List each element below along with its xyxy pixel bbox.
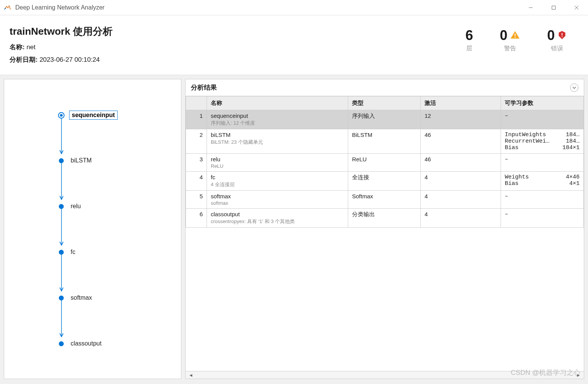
row-index: 3 — [186, 154, 207, 172]
graph-node-softmax[interactable]: softmax — [59, 294, 94, 302]
col-header-type[interactable]: 类型 — [348, 96, 421, 110]
cell-type: 全连接 — [348, 172, 421, 191]
row-index: 5 — [186, 191, 207, 209]
row-index: 4 — [186, 172, 207, 191]
cell-activation: 4 — [421, 172, 501, 191]
date-value: 2023-06-27 00:10:24 — [39, 56, 100, 63]
network-name-line: 名称: net — [10, 43, 465, 51]
table-row[interactable]: 3reluReLUReLU46– — [186, 154, 584, 172]
table-row[interactable]: 1sequenceinput序列输入: 12 个维度序列输入12– — [186, 110, 584, 129]
svg-rect-4 — [515, 34, 515, 36]
graph-node-dot[interactable] — [59, 204, 64, 209]
graph-node-dot[interactable] — [59, 250, 64, 255]
close-button[interactable] — [565, 0, 588, 15]
col-header-name[interactable]: 名称 — [207, 96, 348, 110]
name-label: 名称: — [10, 43, 25, 51]
layer-desc: ReLU — [211, 163, 344, 169]
graph-node-label[interactable]: sequenceinput — [69, 111, 118, 120]
layer-name: softmax — [211, 193, 344, 199]
cell-activation: 12 — [421, 110, 501, 129]
layer-name: biLSTM — [211, 132, 344, 138]
row-index: 2 — [186, 129, 207, 154]
graph-node-dot[interactable] — [59, 296, 64, 300]
errors-label: 错误 — [547, 45, 567, 53]
warnings-count: 0 — [500, 29, 507, 42]
cell-activation: 4 — [421, 209, 501, 228]
graph-node-dot[interactable] — [59, 341, 64, 346]
layer-desc: BiLSTM: 23 个隐藏单元 — [211, 139, 344, 146]
minimize-button[interactable] — [519, 0, 542, 15]
layer-name: sequenceinput — [211, 112, 344, 119]
matlab-icon — [3, 3, 11, 12]
graph-node-label[interactable]: softmax — [68, 294, 94, 302]
graph-node-classoutput[interactable]: classoutput — [59, 339, 104, 348]
cell-activation: 46 — [421, 129, 501, 154]
stat-errors: 0 错误 — [547, 29, 567, 53]
analysis-date-line: 分析日期: 2023-06-27 00:10:24 — [10, 55, 465, 64]
layer-desc: 序列输入: 12 个维度 — [211, 120, 344, 127]
layer-name: relu — [211, 156, 344, 162]
cell-name: classoutputcrossentropyex: 具有 '1' 和 3 个其… — [207, 209, 348, 228]
table-row[interactable]: 5softmaxsoftmaxSoftmax4– — [186, 191, 584, 209]
graph-node-label[interactable]: relu — [68, 202, 83, 210]
cell-type: 分类输出 — [348, 209, 421, 228]
cell-type: Softmax — [348, 191, 421, 209]
header-section: trainNetwork 使用分析 名称: net 分析日期: 2023-06-… — [0, 15, 588, 75]
watermark: CSDN @机器学习之心 — [511, 368, 580, 377]
graph-node-dot[interactable] — [59, 158, 64, 163]
date-label: 分析日期: — [10, 56, 38, 63]
cell-type: BiLSTM — [348, 129, 421, 154]
row-index: 6 — [186, 209, 207, 228]
table-row[interactable]: 6classoutputcrossentropyex: 具有 '1' 和 3 个… — [186, 209, 584, 228]
cell-type: ReLU — [348, 154, 421, 172]
window-title: Deep Learning Network Analyzer — [15, 4, 105, 11]
results-title: 分析结果 — [191, 83, 217, 92]
scroll-left-icon[interactable]: ◄ — [187, 373, 195, 378]
collapse-button[interactable] — [570, 84, 578, 92]
stat-warnings: 0 警告 — [500, 29, 520, 53]
cell-name: sequenceinput序列输入: 12 个维度 — [207, 110, 348, 129]
results-panel: 分析结果 名称 类型 激活 可学习参数 1sequenceinput序列输入: … — [185, 79, 584, 379]
window-controls — [519, 0, 588, 15]
layers-label: 层 — [465, 45, 473, 53]
col-header-params[interactable]: 可学习参数 — [501, 96, 584, 110]
page-title: trainNetwork 使用分析 — [10, 25, 465, 38]
row-index: 1 — [186, 110, 207, 129]
graph-node-label[interactable]: biLSTM — [68, 156, 94, 165]
table-row[interactable]: 4fc4 全连接层全连接4Weights4×46Bias4×1 — [186, 172, 584, 191]
cell-params: – — [501, 154, 584, 172]
results-table-wrap[interactable]: 名称 类型 激活 可学习参数 1sequenceinput序列输入: 12 个维… — [186, 96, 584, 371]
maximize-button[interactable] — [542, 0, 565, 15]
cell-type: 序列输入 — [348, 110, 421, 129]
graph-node-label[interactable]: classoutput — [68, 339, 104, 348]
stats-summary: 6 层 0 警告 0 错误 — [465, 25, 578, 53]
cell-params: InputWeights184…RecurrentWei…184…Bias184… — [501, 129, 584, 154]
warning-icon — [510, 30, 520, 42]
results-table: 名称 类型 激活 可学习参数 1sequenceinput序列输入: 12 个维… — [186, 96, 584, 228]
table-header-row: 名称 类型 激活 可学习参数 — [186, 96, 584, 110]
layer-name: fc — [211, 174, 344, 180]
graph-node-dot[interactable] — [58, 112, 65, 119]
table-row[interactable]: 2biLSTMBiLSTM: 23 个隐藏单元BiLSTM46InputWeig… — [186, 129, 584, 154]
layer-desc: crossentropyex: 具有 '1' 和 3 个其他类 — [211, 218, 344, 225]
graph-node-label[interactable]: fc — [68, 248, 78, 256]
graph-node-biLSTM[interactable]: biLSTM — [59, 156, 94, 165]
graph-node-relu[interactable]: relu — [59, 202, 83, 210]
content-area: sequenceinputbiLSTMrelufcsoftmaxclassout… — [0, 75, 588, 383]
svg-rect-1 — [552, 6, 556, 9]
cell-params: – — [501, 209, 584, 228]
warnings-label: 警告 — [500, 45, 520, 53]
col-header-activation[interactable]: 激活 — [421, 96, 501, 110]
network-graph-panel[interactable]: sequenceinputbiLSTMrelufcsoftmaxclassout… — [4, 79, 181, 379]
svg-rect-7 — [562, 36, 562, 37]
cell-params: – — [501, 110, 584, 129]
titlebar: Deep Learning Network Analyzer — [0, 0, 588, 15]
col-header-index[interactable] — [186, 96, 207, 110]
results-header: 分析结果 — [186, 79, 584, 96]
graph-node-fc[interactable]: fc — [59, 248, 78, 256]
svg-rect-6 — [562, 33, 562, 35]
cell-name: reluReLU — [207, 154, 348, 172]
cell-name: biLSTMBiLSTM: 23 个隐藏单元 — [207, 129, 348, 154]
name-value: net — [26, 43, 36, 51]
graph-node-sequenceinput[interactable]: sequenceinput — [59, 111, 118, 120]
